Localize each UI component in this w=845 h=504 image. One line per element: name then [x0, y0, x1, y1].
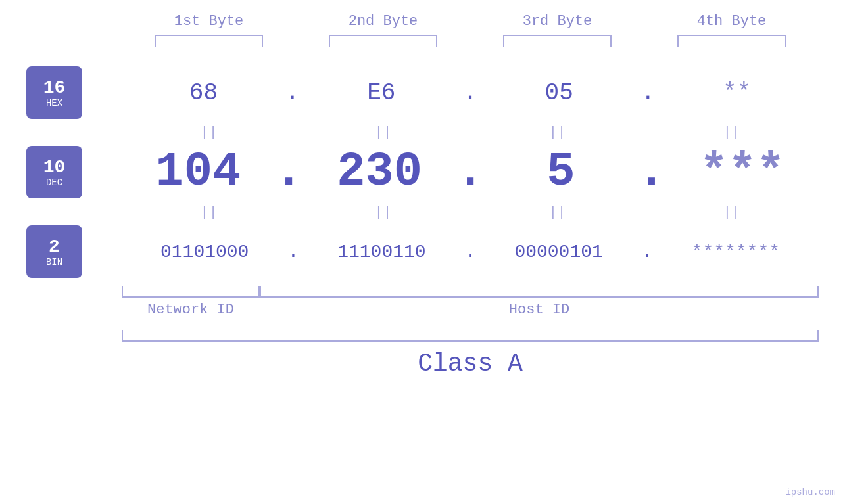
- bin-dot-3: .: [642, 242, 653, 262]
- hex-badge: 16 HEX: [26, 66, 82, 119]
- bracket-4: [644, 35, 819, 47]
- bracket-line-2: [329, 35, 437, 47]
- host-bracket-line: [260, 286, 819, 298]
- equals-5: ||: [122, 204, 296, 221]
- byte-label-2: 2nd Byte: [296, 13, 470, 30]
- main-container: 1st Byte 2nd Byte 3rd Byte 4th Byte 16 H…: [0, 0, 845, 504]
- bin-badge: 2 BIN: [26, 225, 82, 278]
- bin-byte-4: ********: [653, 242, 819, 262]
- bottom-brackets-container: Network ID Host ID: [122, 286, 819, 318]
- equals-6: ||: [296, 204, 470, 221]
- hex-dot-2: .: [463, 80, 477, 106]
- hex-byte-2: E6: [299, 80, 463, 106]
- full-bracket-line: [122, 330, 819, 342]
- bracket-3: [470, 35, 644, 47]
- dec-number: 10: [43, 157, 66, 177]
- byte-label-3: 3rd Byte: [470, 13, 644, 30]
- hex-byte-3: 05: [477, 80, 641, 106]
- bin-byte-2: 11100110: [299, 242, 464, 262]
- equals-3: ||: [470, 124, 644, 141]
- byte-label-1: 1st Byte: [122, 13, 296, 30]
- bin-number: 2: [49, 237, 60, 257]
- network-bracket-container: Network ID: [122, 286, 260, 318]
- hex-dot-3: .: [641, 80, 656, 106]
- bracket-line-1: [155, 35, 263, 47]
- bracket-2: [296, 35, 470, 47]
- class-label-container: Class A: [122, 350, 819, 378]
- hex-number: 16: [43, 78, 66, 98]
- network-id-label: Network ID: [122, 302, 260, 318]
- top-bracket-row: [122, 35, 819, 47]
- bin-byte-3: 00000101: [475, 242, 641, 262]
- byte-labels-row: 1st Byte 2nd Byte 3rd Byte 4th Byte: [122, 0, 819, 30]
- hex-byte-4: **: [655, 80, 819, 106]
- dec-values-row: 104 . 230 . 5 . ***: [122, 145, 819, 199]
- dec-dot-1: .: [275, 145, 303, 199]
- dec-dot-2: .: [456, 145, 484, 199]
- full-bracket-container: [122, 330, 819, 342]
- hex-row: 16 HEX 68 . E6 . 05 . **: [26, 66, 819, 119]
- bin-row: 2 BIN 01101000 . 11100110 . 00000101 . *…: [26, 225, 819, 278]
- equals-4: ||: [644, 124, 819, 141]
- dec-dot-3: .: [637, 145, 665, 199]
- bracket-line-4: [677, 35, 786, 47]
- watermark: ipshu.com: [785, 487, 835, 497]
- equals-8: ||: [644, 204, 819, 221]
- hex-values-row: 68 . E6 . 05 . **: [122, 80, 819, 106]
- network-bracket-line: [122, 286, 260, 298]
- equals-row-2: || || || ||: [122, 199, 819, 225]
- dec-byte-2: 230: [303, 145, 456, 199]
- equals-row-1: || || || ||: [122, 119, 819, 145]
- dec-byte-4: ***: [665, 145, 819, 199]
- dec-row: 10 DEC 104 . 230 . 5 . ***: [26, 145, 819, 199]
- host-id-label: Host ID: [260, 302, 819, 318]
- equals-2: ||: [296, 124, 470, 141]
- bin-dot-2: .: [465, 242, 476, 262]
- hex-name: HEX: [46, 98, 62, 108]
- bin-dot-1: .: [287, 242, 299, 262]
- hex-byte-1: 68: [122, 80, 285, 106]
- bin-values-row: 01101000 . 11100110 . 00000101 . *******…: [122, 242, 819, 262]
- dec-byte-1: 104: [122, 145, 275, 199]
- class-label: Class A: [418, 350, 523, 378]
- bin-name: BIN: [46, 257, 62, 267]
- host-bracket-container: Host ID: [260, 286, 819, 318]
- dec-name: DEC: [46, 177, 62, 188]
- equals-7: ||: [470, 204, 644, 221]
- dec-badge: 10 DEC: [26, 146, 82, 198]
- bin-byte-1: 01101000: [122, 242, 287, 262]
- bracket-1: [122, 35, 296, 47]
- bracket-line-3: [503, 35, 612, 47]
- dec-byte-3: 5: [485, 145, 638, 199]
- byte-label-4: 4th Byte: [644, 13, 819, 30]
- hex-dot-1: .: [285, 80, 300, 106]
- equals-1: ||: [122, 124, 296, 141]
